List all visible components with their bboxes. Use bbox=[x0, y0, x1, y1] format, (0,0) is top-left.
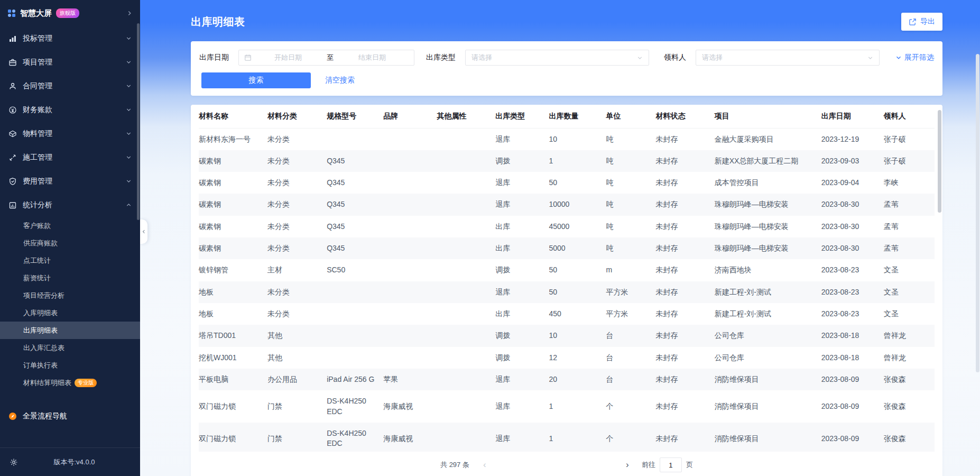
table-cell: Q345 bbox=[327, 237, 383, 259]
sidebar-menu-item[interactable]: 项目管理 bbox=[0, 50, 140, 74]
sidebar-submenu-item[interactable]: 项目经营分析 bbox=[0, 287, 140, 304]
sidebar-brand[interactable]: 智慧大屏 旗舰版 bbox=[0, 0, 140, 26]
sidebar-submenu-item[interactable]: 材料结算明细表 专业版 bbox=[0, 374, 140, 391]
table-cell: 新建XX总部大厦工程二期 bbox=[715, 150, 821, 172]
table-cell: 金融大厦采购项目 bbox=[715, 128, 821, 150]
sidebar-menu-item[interactable]: 施工管理 bbox=[0, 145, 140, 169]
table-cell: 未分类 bbox=[267, 237, 327, 259]
table-cell bbox=[383, 259, 437, 281]
sidebar-menu-item[interactable]: 财务账款 bbox=[0, 98, 140, 122]
chevron-down-icon bbox=[126, 202, 132, 208]
sidebar-submenu-item[interactable]: 点工统计 bbox=[0, 252, 140, 269]
table-cell: 孟苇 bbox=[884, 194, 935, 215]
sidebar-submenu-item[interactable]: 客户账款 bbox=[0, 217, 140, 234]
table-row[interactable]: 塔吊TD001其他调拨10台未封存公司仓库2023-08-18曾祥龙 bbox=[199, 325, 935, 346]
sidebar-submenu-item[interactable]: 入库明细表 bbox=[0, 304, 140, 322]
table-cell bbox=[383, 237, 437, 259]
page-number-button[interactable] bbox=[588, 457, 604, 473]
table-cell: 塔吊TD001 bbox=[199, 325, 267, 346]
expand-filters-label: 展开筛选 bbox=[904, 53, 934, 62]
table-row[interactable]: 碳素钢未分类Q345出库5000吨未封存珠穆朗玛峰—电梯安装2023-08-30… bbox=[199, 237, 935, 259]
table-cell: 苹果 bbox=[383, 369, 437, 390]
stats-icon bbox=[8, 201, 17, 209]
table-cell: 2023-09-03 bbox=[821, 150, 884, 172]
sidebar-submenu-item[interactable]: 出入库汇总表 bbox=[0, 339, 140, 356]
sidebar-collapse-handle[interactable] bbox=[140, 219, 147, 244]
table-row[interactable]: 碳素钢未分类Q345退库50吨未封存成本管控项目2023-09-04李峡 bbox=[199, 172, 935, 194]
type-filter-label: 出库类型 bbox=[426, 53, 456, 62]
sidebar-submenu-item[interactable]: 出库明细表 bbox=[0, 322, 140, 339]
table-cell: 未封存 bbox=[656, 390, 715, 423]
start-date-placeholder: 开始日期 bbox=[252, 53, 325, 62]
table-row[interactable]: 挖机WJ001其他调拨12台未封存公司仓库2023-08-18曾祥龙 bbox=[199, 347, 935, 369]
gear-icon[interactable] bbox=[10, 458, 18, 466]
chevron-down-icon bbox=[126, 178, 132, 184]
table-scrollbar-thumb[interactable] bbox=[938, 110, 941, 213]
table-cell: 未封存 bbox=[656, 423, 715, 452]
table-cell: 未分类 bbox=[267, 128, 327, 150]
export-button[interactable]: 导出 bbox=[901, 13, 942, 31]
table-cell: 吨 bbox=[606, 172, 655, 194]
chevron-down-icon bbox=[126, 35, 132, 41]
flow-nav-icon bbox=[8, 412, 17, 420]
sidebar-item-flow-nav[interactable]: 全景流程导航 bbox=[0, 404, 140, 428]
table-row[interactable]: 新材料东海一号未分类退库10吨未封存金融大厦采购项目2023-12-19张子硕 bbox=[199, 128, 935, 150]
expand-filters-link[interactable]: 展开筛选 bbox=[895, 53, 934, 62]
table-cell: 出库 bbox=[495, 303, 549, 325]
table-cell: 碳素钢 bbox=[199, 194, 267, 215]
goto-page-input[interactable] bbox=[660, 457, 682, 472]
sidebar-submenu-item[interactable]: 薪资统计 bbox=[0, 269, 140, 287]
sidebar-menu-item[interactable]: 投标管理 bbox=[0, 26, 140, 50]
table-cell: 未分类 bbox=[267, 150, 327, 172]
clear-search-link[interactable]: 清空搜索 bbox=[325, 76, 355, 85]
table-cell: 2023-09-04 bbox=[821, 172, 884, 194]
page-number-button[interactable] bbox=[604, 457, 620, 473]
table-cell: 公司仓库 bbox=[715, 347, 821, 369]
page-number-button[interactable] bbox=[509, 457, 524, 473]
sidebar-menu: 投标管理 项目管理 合同管理 财务账款 物料管理 bbox=[0, 26, 140, 217]
table-row[interactable]: 地板未分类出库450平方米未封存新建工程-刘-测试2023-08-23文圣 bbox=[199, 303, 935, 325]
table-cell bbox=[383, 325, 437, 346]
date-range-input[interactable]: 开始日期 至 结束日期 bbox=[238, 50, 414, 66]
prev-page-button[interactable]: ‹ bbox=[477, 457, 493, 473]
end-date-placeholder: 结束日期 bbox=[336, 53, 409, 62]
table-row[interactable]: 碳素钢未分类Q345出库45000吨未封存珠穆朗玛峰—电梯安装2023-08-3… bbox=[199, 216, 935, 237]
sidebar-menu-item[interactable]: 物料管理 bbox=[0, 122, 140, 145]
table-cell: 1 bbox=[549, 390, 606, 423]
page-number-button[interactable] bbox=[540, 457, 556, 473]
table-cell: 双门磁力锁 bbox=[199, 390, 267, 423]
table-row[interactable]: 双门磁力锁门禁DS-K4H250 EDC海康威视退库1个未封存消防维保项目202… bbox=[199, 423, 935, 452]
sidebar-scrollbar-thumb[interactable] bbox=[137, 23, 140, 220]
page-number-button[interactable] bbox=[572, 457, 588, 473]
table-cell: 碳素钢 bbox=[199, 150, 267, 172]
flow-nav-label: 全景流程导航 bbox=[23, 411, 67, 421]
date-filter-label: 出库日期 bbox=[199, 53, 229, 62]
table-row[interactable]: 平板电脑办公用品iPad Air 256 G苹果退库20台未封存消防维保项目20… bbox=[199, 369, 935, 390]
next-page-button[interactable]: › bbox=[620, 457, 635, 473]
sidebar-submenu-item[interactable]: 供应商账款 bbox=[0, 234, 140, 252]
table-cell: 挖机WJ001 bbox=[199, 347, 267, 369]
sidebar-menu-item[interactable]: 费用管理 bbox=[0, 169, 140, 193]
sidebar-menu-item[interactable]: 统计分析 bbox=[0, 193, 140, 217]
window-scrollbar-thumb[interactable] bbox=[976, 54, 979, 372]
sidebar-submenu-item[interactable]: 订单执行表 bbox=[0, 356, 140, 374]
page-number-button[interactable] bbox=[524, 457, 540, 473]
page-number-button[interactable] bbox=[556, 457, 572, 473]
person-filter-label: 领料人 bbox=[664, 53, 686, 62]
table-row[interactable]: 碳素钢未分类Q345调拨1吨未封存新建XX总部大厦工程二期2023-09-03张… bbox=[199, 150, 935, 172]
table-header-row: 材料名称材料分类规格型号品牌其他属性出库类型出库数量单位材料状态项目出库日期领料… bbox=[199, 105, 935, 128]
sidebar-menu-item[interactable]: 合同管理 bbox=[0, 74, 140, 98]
table-cell: 门禁 bbox=[267, 390, 327, 423]
search-button[interactable]: 搜索 bbox=[201, 72, 311, 88]
outbound-type-select[interactable]: 请选择 bbox=[465, 50, 649, 66]
column-header: 项目 bbox=[715, 105, 821, 128]
sidebar-footer: 版本号:v4.0.0 bbox=[0, 447, 140, 476]
table-cell: 文圣 bbox=[884, 259, 935, 281]
page-number-button[interactable] bbox=[493, 457, 509, 473]
table-row[interactable]: 双门磁力锁门禁DS-K4H250 EDC海康威视退库1个未封存消防维保项目202… bbox=[199, 390, 935, 423]
table-row[interactable]: 地板未分类退库50平方米未封存新建工程-刘-测试2023-08-23文圣 bbox=[199, 281, 935, 303]
person-select[interactable]: 请选择 bbox=[696, 50, 880, 66]
table-cell: 退库 bbox=[495, 369, 549, 390]
table-row[interactable]: 碳素钢未分类Q345退库10000吨未封存珠穆朗玛峰—电梯安装2023-08-3… bbox=[199, 194, 935, 215]
table-row[interactable]: 镀锌钢管主材SC50调拨50m未封存济南西地块2023-08-23文圣 bbox=[199, 259, 935, 281]
